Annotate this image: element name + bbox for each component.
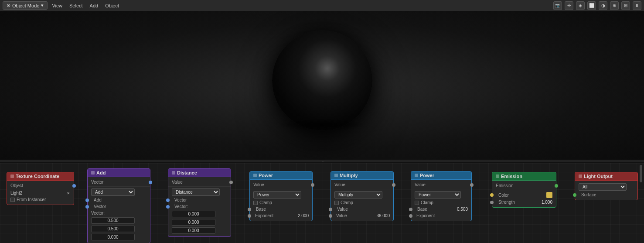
distance-dropdown[interactable]: Distance <box>172 188 220 196</box>
close-icon[interactable]: ✕ <box>67 191 70 195</box>
node-row-power-dropdown[interactable]: Power <box>250 190 312 199</box>
menu-add[interactable]: Add <box>87 2 101 9</box>
node-header-light-output: Light Output <box>575 172 637 181</box>
node-icon <box>253 174 257 177</box>
node-row-x[interactable] <box>168 210 231 218</box>
add-dropdown[interactable]: Add <box>91 188 135 196</box>
menu-select[interactable]: Select <box>67 2 85 9</box>
emission-output-socket <box>555 184 558 188</box>
vector-output-socket <box>149 181 152 184</box>
divider <box>492 190 556 190</box>
value-output-socket <box>311 183 314 187</box>
divider <box>411 189 471 189</box>
node-icon <box>415 174 418 177</box>
exp-lbl: Exponent <box>415 213 468 218</box>
dropdown-arrow: ▾ <box>41 3 44 8</box>
node-title: Power <box>259 173 273 178</box>
pause-icon[interactable]: ⏸ <box>633 1 641 10</box>
node-emission[interactable]: Emission Emission Color Strength 1.000 <box>492 172 556 208</box>
view-icon[interactable]: ⬜ <box>587 1 596 10</box>
base-val: 0.500 <box>457 207 468 212</box>
node-body: Value Power Clamp Base 0.500 Exponent <box>411 180 471 221</box>
node-title: Texture Coordinate <box>16 174 59 179</box>
toolbar: ⊙ Object Mode ▾ View Select Add Object 📷… <box>0 0 644 11</box>
overlay-icon[interactable]: ⊕ <box>610 1 619 10</box>
node-row-v1[interactable]: 0.500 <box>88 216 150 225</box>
node-power1[interactable]: Power Value Power Clamp Base <box>249 171 313 221</box>
node-row-exponent: Exponent <box>411 212 471 219</box>
toolbar-right: 📷 ✛ ◈ ⬜ ◑ ⊕ ⊞ ⏸ <box>553 1 641 10</box>
from-instancer-checkbox[interactable] <box>10 198 15 202</box>
node-row-vector-in: Add <box>88 197 150 203</box>
scroll-indicator[interactable] <box>640 165 642 182</box>
node-row-object-val[interactable]: Light2 ✕ <box>7 189 74 196</box>
surface-lbl: Surface <box>579 192 634 197</box>
node-icon <box>496 175 499 178</box>
node-icon <box>334 174 338 177</box>
shading-icon[interactable]: ◑ <box>599 1 607 10</box>
node-header-texture-coordinate: Texture Coordinate <box>7 172 74 181</box>
node-row-all-dropdown[interactable]: All <box>575 182 637 192</box>
node-body: Emission Color Strength 1.000 <box>492 181 556 207</box>
node-multiply[interactable]: Multiply Value Multiply Clamp Value <box>331 171 394 221</box>
v1-field[interactable]: 0.500 <box>91 217 135 224</box>
node-row-value-out: Value <box>411 181 471 188</box>
clamp-row: Clamp <box>411 199 471 206</box>
node-texture-coordinate[interactable]: Texture Coordinate Object Light2 ✕ From … <box>7 172 74 205</box>
node-title: Light Output <box>584 174 613 179</box>
gizmo-icon[interactable]: ⊞ <box>621 1 630 10</box>
x-field[interactable] <box>172 211 215 217</box>
y-field[interactable] <box>172 219 215 226</box>
node-body: Value Power Clamp Base Exponent 2.000 <box>250 180 312 221</box>
v3-field[interactable]: 0.000 <box>91 234 135 240</box>
power-dropdown[interactable]: Power <box>253 191 301 199</box>
camera-icon[interactable]: 📷 <box>553 1 562 10</box>
all-dropdown[interactable]: All <box>579 183 627 191</box>
menu-object[interactable]: Object <box>102 2 122 9</box>
node-distance[interactable]: Distance Value Distance Vector Vector: <box>168 168 231 237</box>
node-add[interactable]: Add Vector Add Add Vector Vector: <box>87 168 150 243</box>
node-row-color: Color <box>492 191 556 199</box>
mode-button[interactable]: ⊙ Object Mode ▾ <box>3 1 48 10</box>
viewport[interactable] <box>0 11 644 160</box>
node-row-z[interactable] <box>168 226 231 235</box>
cursor-icon[interactable]: ✛ <box>565 1 573 10</box>
node-row-value-out: Value <box>168 179 231 185</box>
node-row-y[interactable] <box>168 218 231 226</box>
clamp-row: Clamp <box>331 199 393 206</box>
multiply-dropdown[interactable]: Multiply <box>334 191 382 199</box>
divider <box>88 186 150 187</box>
power2-dropdown[interactable]: Power <box>415 191 461 199</box>
menu-view[interactable]: View <box>49 2 65 9</box>
clamp-checkbox[interactable] <box>253 201 258 205</box>
node-power2[interactable]: Power Value Power Clamp Base 0.500 <box>411 171 472 221</box>
render-icon[interactable]: ◈ <box>576 1 585 10</box>
node-row-v3[interactable]: 0.000 <box>88 233 150 241</box>
node-row-distance-dropdown[interactable]: Distance <box>168 188 231 197</box>
node-header-multiply: Multiply <box>331 171 393 180</box>
node-header-emission: Emission <box>492 172 556 181</box>
clamp-checkbox[interactable] <box>334 201 339 205</box>
node-body: Vector Add Add Vector Vector: 0.500 <box>88 177 150 243</box>
clamp-checkbox[interactable] <box>415 201 419 205</box>
exp-in-socket <box>248 214 251 218</box>
color-in-socket <box>490 193 494 197</box>
node-row-multiply-dropdown[interactable]: Multiply <box>331 190 393 199</box>
node-editor[interactable]: Texture Coordinate Object Light2 ✕ From … <box>0 162 644 243</box>
node-row-surface: Surface <box>575 192 637 198</box>
node-light-output[interactable]: Light Output All Surface <box>575 172 638 200</box>
node-row-v2[interactable]: 0.500 <box>88 225 150 233</box>
v2-field[interactable]: 0.500 <box>91 226 135 232</box>
node-row-vector2: Vector <box>88 203 150 210</box>
node-row-value-in: Value <box>331 206 393 212</box>
node-row-power2-dropdown[interactable]: Power <box>411 190 471 199</box>
color-swatch[interactable] <box>546 192 552 198</box>
from-instancer-row: From Instancer <box>7 196 74 203</box>
node-row-value2-in: Value 38.000 <box>331 212 393 219</box>
node-row-add-dropdown[interactable]: Add <box>88 188 150 197</box>
color-lbl: Color <box>496 193 543 198</box>
node-row-vector-in: Vector <box>168 197 231 203</box>
node-body: Object Light2 ✕ From Instancer <box>7 181 74 205</box>
clamp-label: Clamp <box>421 200 433 205</box>
z-field[interactable] <box>172 227 215 234</box>
